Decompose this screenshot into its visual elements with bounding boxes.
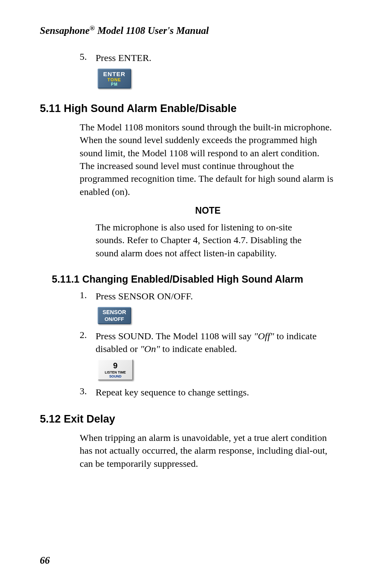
step2-off: "Off" xyxy=(254,331,274,341)
nine-button-image: 9 LISTEN TIME SOUND xyxy=(98,359,344,380)
button-label-line2: TONE xyxy=(100,77,128,82)
step2-post: to indicate enabled. xyxy=(160,344,237,354)
section-5-11-heading: 5.11 High Sound Alarm Enable/Disable xyxy=(40,102,344,115)
running-header: Sensaphone® Model 1108 User's Manual xyxy=(40,24,344,36)
page: Sensaphone® Model 1108 User's Manual 5. … xyxy=(0,0,380,588)
list-text: Press SOUND. The Model 1108 will say "Of… xyxy=(96,330,344,356)
list-number: 2. xyxy=(80,330,96,356)
button-label-line2: ON/OFF xyxy=(100,316,128,322)
list-text: Press ENTER. xyxy=(96,51,344,64)
step-1: 1. Press SENSOR ON/OFF. xyxy=(80,290,344,303)
step-2: 2. Press SOUND. The Model 1108 will say … xyxy=(80,330,344,356)
list-text: Repeat key sequence to change settings. xyxy=(96,386,344,399)
button-label-line3: SOUND xyxy=(100,374,130,378)
button-label-line2: LISTEN TIME xyxy=(100,370,130,374)
page-number: 66 xyxy=(40,555,50,566)
note-heading: NOTE xyxy=(80,205,336,216)
step2-pre: Press SOUND. The Model 1108 will say xyxy=(96,331,254,341)
enter-button-image: ENTER TONE PM xyxy=(98,69,344,88)
list-number: 5. xyxy=(80,51,96,64)
section-5-11-body: The Model 1108 monitors sound through th… xyxy=(80,121,336,198)
nine-button: 9 LISTEN TIME SOUND xyxy=(98,359,133,380)
section-5-12-body: When tripping an alarm is unavoidable, y… xyxy=(80,431,336,470)
section-5-12-heading: 5.12 Exit Delay xyxy=(40,413,344,425)
button-label-line1: 9 xyxy=(100,361,130,370)
list-number: 3. xyxy=(80,386,96,399)
section-5-11-1-heading: 5.11.1 Changing Enabled/Disabled High So… xyxy=(52,273,344,285)
enter-button: ENTER TONE PM xyxy=(98,69,131,88)
step2-on: "On" xyxy=(140,344,160,354)
step-5: 5. Press ENTER. xyxy=(80,51,344,64)
button-label-line3: PM xyxy=(100,82,128,87)
sensor-button-image: SENSOR ON/OFF xyxy=(98,307,344,324)
button-label-line1: SENSOR xyxy=(100,309,128,315)
sensor-button: SENSOR ON/OFF xyxy=(98,307,131,324)
list-number: 1. xyxy=(80,290,96,303)
button-label-line1: ENTER xyxy=(100,71,128,77)
step-3: 3. Repeat key sequence to change setting… xyxy=(80,386,344,399)
note-body: The microphone is also used for listenin… xyxy=(96,221,320,260)
list-text: Press SENSOR ON/OFF. xyxy=(96,290,344,303)
